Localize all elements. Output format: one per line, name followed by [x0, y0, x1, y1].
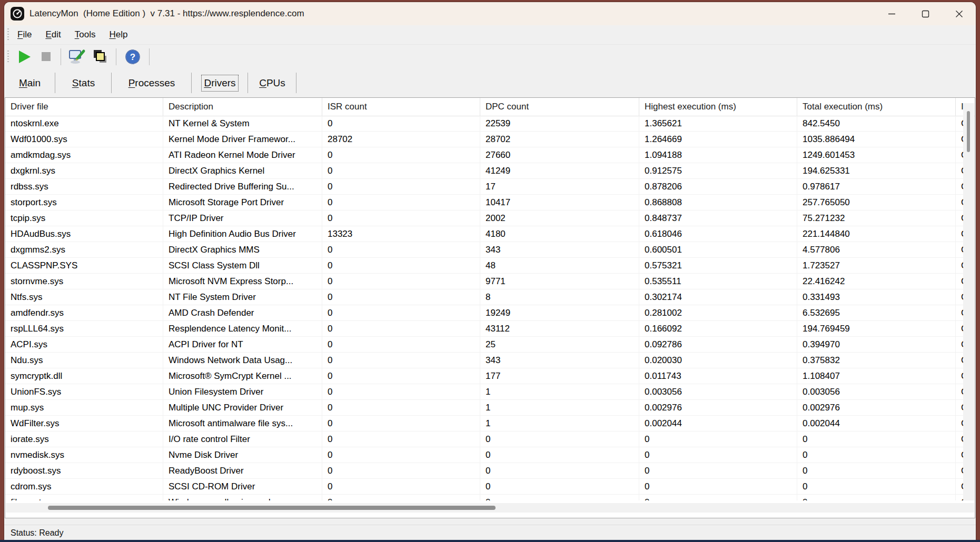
table-row[interactable]: cdrom.sysSCSI CD-ROM Driver0000C: [5, 479, 963, 495]
table-row[interactable]: amdfendr.sysAMD Crash Defender0192490.28…: [5, 305, 963, 321]
cell-driver-file: symcryptk.dll: [5, 368, 163, 384]
cell-dpc-count: 1: [480, 384, 639, 399]
table-row[interactable]: UnionFS.sysUnion Filesystem Driver010.00…: [5, 384, 963, 400]
tab-main[interactable]: Main: [4, 68, 55, 97]
cell-isr-count: 0: [322, 368, 480, 384]
table-row[interactable]: ntoskrnl.exeNT Kernel & System0225391.36…: [5, 116, 963, 132]
table-row[interactable]: WdFilter.sysMicrosoft antimalware file s…: [5, 416, 963, 431]
table-row[interactable]: Ndu.sysWindows Network Data Usag...03430…: [5, 353, 963, 368]
cell-description: Windows Network Data Usag...: [163, 353, 322, 368]
cell-driver-file: Wdf01000.sys: [5, 132, 163, 147]
cell-clipped-column: C: [955, 242, 963, 257]
table-row[interactable]: tcpip.sysTCP/IP Driver020020.84873775.27…: [5, 210, 963, 226]
table-row[interactable]: dxgkrnl.sysDirectX Graphics Kernel041249…: [5, 163, 963, 179]
cell-highest-execution-ms: 0: [639, 447, 797, 463]
options-button[interactable]: [65, 47, 88, 66]
table-row[interactable]: rdyboost.sysReadyBoost Driver0000C: [5, 463, 963, 479]
cell-clipped-column: C: [955, 258, 963, 273]
cell-total-execution-ms: 0.003056: [797, 384, 955, 399]
menu-item-file[interactable]: File: [12, 29, 37, 40]
tab-processes[interactable]: Processes: [112, 68, 192, 97]
maximize-button[interactable]: [908, 2, 942, 25]
menubar-gripper-handle[interactable]: [7, 28, 9, 41]
cell-isr-count: 0: [322, 147, 480, 163]
cell-highest-execution-ms: 0.878206: [639, 179, 797, 194]
table-row[interactable]: Ntfs.sysNT File System Driver080.3021740…: [5, 289, 963, 305]
column-header-highest-execution-ms[interactable]: Highest execution (ms): [639, 98, 797, 116]
table-row[interactable]: rspLLL64.sysResplendence Latency Monit..…: [5, 321, 963, 337]
column-header-description[interactable]: Description: [163, 98, 322, 116]
close-button[interactable]: [942, 2, 976, 25]
tab-drivers[interactable]: Drivers: [192, 68, 248, 97]
cell-driver-file: stornvme.sys: [5, 274, 163, 289]
table-row[interactable]: HDAudBus.sysHigh Definition Audio Bus Dr…: [5, 226, 963, 242]
cell-dpc-count: 4180: [480, 226, 639, 242]
close-icon: [955, 10, 963, 18]
column-header-isr-count[interactable]: ISR count: [322, 98, 480, 116]
table-row[interactable]: filecrypt.sysWindows sandboxing and enc.…: [5, 495, 963, 500]
minimize-button[interactable]: [875, 2, 908, 25]
horizontal-scrollbar-thumb[interactable]: [48, 506, 496, 510]
cell-highest-execution-ms: 0.600501: [639, 242, 797, 257]
table-row[interactable]: iorate.sysI/O rate control Filter0000C: [5, 431, 963, 447]
cell-dpc-count: 0: [480, 431, 639, 447]
cell-dpc-count: 19249: [480, 305, 639, 320]
help-button[interactable]: ?: [121, 47, 145, 66]
window-title: LatencyMon (Home Edition ) v 7.31 - http…: [29, 8, 304, 19]
column-header-dpc-count[interactable]: DPC count: [480, 98, 639, 116]
vertical-scrollbar-thumb[interactable]: [967, 111, 970, 152]
cell-driver-file: dxgmms2.sys: [5, 242, 163, 257]
title-bar[interactable]: LatencyMon (Home Edition ) v 7.31 - http…: [4, 2, 976, 25]
toolbar-separator: [116, 48, 116, 65]
cell-dpc-count: 27660: [480, 147, 639, 163]
cell-description: High Definition Audio Bus Driver: [163, 226, 322, 242]
table-row[interactable]: Wdf01000.sysKernel Mode Driver Framewor.…: [5, 132, 963, 147]
table-row[interactable]: stornvme.sysMicrosoft NVM Express Storp.…: [5, 274, 963, 289]
menu-item-help[interactable]: Help: [104, 29, 133, 40]
cell-total-execution-ms: 194.769459: [797, 321, 955, 336]
tab-stats[interactable]: Stats: [55, 68, 112, 97]
cell-total-execution-ms: 0: [797, 495, 955, 500]
cell-total-execution-ms: 842.5450: [797, 116, 955, 131]
table-row[interactable]: nvmedisk.sysNvme Disk Driver0000C: [5, 447, 963, 463]
horizontal-scrollbar[interactable]: [6, 503, 974, 513]
table-row[interactable]: rdbss.sysRedirected Drive Buffering Su..…: [5, 179, 963, 195]
table-row[interactable]: ACPI.sysACPI Driver for NT0250.0927860.3…: [5, 337, 963, 353]
cell-clipped-column: C: [955, 321, 963, 336]
stop-monitor-button[interactable]: [35, 47, 56, 66]
table-row[interactable]: amdkmdag.sysATI Radeon Kernel Mode Drive…: [5, 147, 963, 163]
cell-clipped-column: C: [955, 431, 963, 447]
toolbar-gripper-handle[interactable]: [7, 51, 9, 63]
cell-dpc-count: 22539: [480, 116, 639, 131]
cell-isr-count: 0: [322, 400, 480, 415]
column-header-driver-file[interactable]: Driver file: [5, 98, 163, 116]
cell-dpc-count: 17: [480, 179, 639, 194]
processes-button[interactable]: [88, 47, 112, 66]
cell-description: Union Filesystem Driver: [163, 384, 322, 399]
table-row[interactable]: symcryptk.dllMicrosoft® SymCrypt Kernel …: [5, 368, 963, 384]
cell-highest-execution-ms: 0.302174: [639, 289, 797, 305]
table-row[interactable]: storport.sysMicrosoft Storage Port Drive…: [5, 195, 963, 210]
menu-item-edit[interactable]: Edit: [40, 29, 66, 40]
cell-description: Kernel Mode Driver Framewor...: [163, 132, 322, 147]
cell-description: NT Kernel & System: [163, 116, 322, 131]
cell-total-execution-ms: 194.625331: [797, 163, 955, 178]
tab-cpus[interactable]: CPUs: [248, 68, 296, 97]
cell-total-execution-ms: 0: [797, 479, 955, 494]
cell-highest-execution-ms: 0.912575: [639, 163, 797, 178]
cell-description: ReadyBoost Driver: [163, 463, 322, 478]
cell-isr-count: 0: [322, 195, 480, 210]
cell-highest-execution-ms: 0.166092: [639, 321, 797, 336]
cell-total-execution-ms: 0.002976: [797, 400, 955, 415]
table-row[interactable]: CLASSPNP.SYSSCSI Class System Dll0480.57…: [5, 258, 963, 274]
cell-description: Microsoft Storage Port Driver: [163, 195, 322, 210]
help-icon: ?: [125, 49, 141, 65]
table-row[interactable]: dxgmms2.sysDirectX Graphics MMS03430.600…: [5, 242, 963, 258]
table-row[interactable]: mup.sysMultiple UNC Provider Driver010.0…: [5, 400, 963, 416]
cell-dpc-count: 343: [480, 242, 639, 257]
menu-item-tools[interactable]: Tools: [70, 29, 101, 40]
cell-isr-count: 0: [322, 289, 480, 305]
column-header-total-execution-ms[interactable]: Total execution (ms): [797, 98, 955, 116]
start-monitor-button[interactable]: [14, 47, 35, 66]
vertical-scrollbar[interactable]: [963, 103, 974, 500]
